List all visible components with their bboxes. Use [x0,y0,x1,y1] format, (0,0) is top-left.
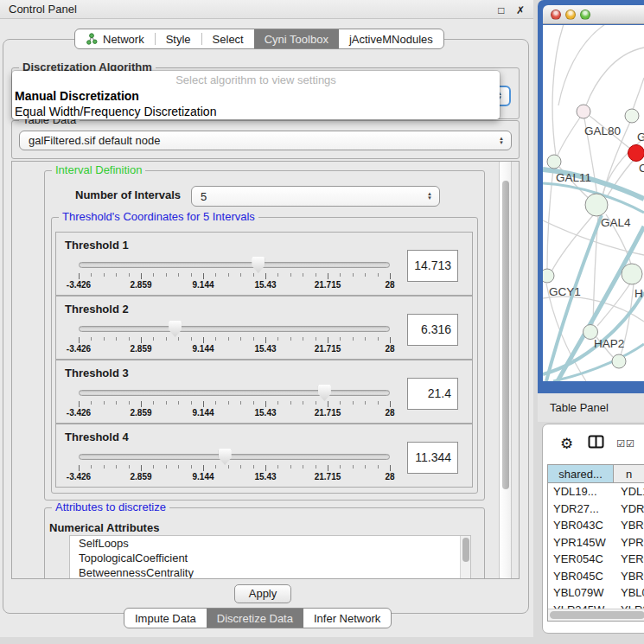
table-cell-shared-name[interactable]: YBR045C [548,568,614,585]
number-of-intervals-combobox[interactable]: 5 ▲▼ [191,186,440,207]
table-cell-shared-name[interactable]: YDL19... [548,483,614,501]
slider-tick-label: 21.715 [315,472,341,481]
table-cell-name[interactable]: YBR0 [614,568,644,585]
threshold-panel-4: Threshold 4-3.4262.8599.14415.4321.71528… [55,424,473,488]
threshold-slider-thumb[interactable] [219,449,232,465]
slider-tick [178,465,179,469]
attribute-list-item-betweennesscentrality[interactable]: BetweennessCentrality [70,565,470,579]
table-cell-name[interactable]: YDL1 [614,483,644,501]
bottom-tab-impute-data[interactable]: Impute Data [124,609,207,628]
table-row[interactable]: YDR27...YDR2 [548,501,644,518]
slider-tick [353,401,354,405]
table-row[interactable]: YBL079WYBL0 [548,584,644,602]
settings-vertical-scrollbar[interactable] [499,162,512,579]
table-data-combobox[interactable]: galFiltered.sif default node ▲▼ [19,131,512,150]
slider-tick [79,273,80,279]
minimize-traffic-light-icon[interactable] [565,10,576,20]
attributes-list-scrollbar[interactable] [460,536,470,579]
network-node[interactable] [628,145,644,162]
table-row[interactable]: YPR145WYPR1 [548,534,644,552]
slider-tick [178,401,179,405]
zoom-traffic-light-icon[interactable] [580,10,590,20]
tab-cyni-toolbox[interactable]: Cyni Toolbox [254,29,339,48]
threshold-value-field[interactable]: 14.713 [407,250,458,282]
attribute-list-item-topologicalcoefficient[interactable]: TopologicalCoefficient [70,551,470,565]
column-header-shared-name[interactable]: shared... [548,465,614,482]
attributes-list-scrollbar-thumb[interactable] [462,538,469,562]
threshold-value-field[interactable]: 6.316 [407,314,458,346]
network-canvas[interactable]: GAL80GCGAL11GAL4GCY1HHAP2 [543,25,644,381]
settings-scrollbar-thumb[interactable] [502,181,509,489]
combo-arrows-icon: ▲▼ [499,137,504,145]
threshold-value-field[interactable]: 11.344 [407,442,458,474]
close-window-icon[interactable]: ✗ [516,4,525,16]
table-cell-name[interactable]: YPR1 [614,534,644,552]
slider-tick [290,465,291,469]
threshold-slider-thumb[interactable] [318,385,331,401]
table-row[interactable]: YBR043CYBR0 [548,517,644,534]
bottom-tab-discretize-data[interactable]: Discretize Data [207,609,303,628]
table-cell-shared-name[interactable]: YBR043C [548,517,614,534]
table-cell-name[interactable]: YBL0 [614,584,644,602]
algorithm-option-manual-discretization[interactable]: Manual Discretization [12,88,500,104]
table-cell-name[interactable]: YBR0 [614,517,644,534]
slider-tick [228,465,229,469]
threshold-slider-thumb[interactable] [169,321,182,337]
slider-tick [104,337,105,341]
tab-style[interactable]: Style [156,29,201,48]
threshold-value-field[interactable]: 21.4 [407,378,458,410]
threshold-slider-track[interactable] [79,326,390,332]
column-header-name[interactable]: n [614,465,644,482]
split-columns-icon[interactable] [588,435,604,452]
node-attribute-table: shared... n YDL19...YDL1YDR27...YDR2YBR0… [547,464,644,622]
network-node[interactable] [577,105,590,118]
table-cell-shared-name[interactable]: YER054C [548,551,614,568]
table-cell-shared-name[interactable]: YBL079W [548,584,614,602]
network-node[interactable] [585,194,608,216]
gear-icon[interactable]: ⚙ [560,435,573,453]
bottom-tab-infer-network[interactable]: Infer Network [303,609,391,628]
float-window-icon[interactable]: □ [498,4,504,16]
slider-tick [141,337,142,343]
network-node[interactable] [547,155,561,169]
network-node-label-gal80: GAL80 [584,124,621,137]
threshold-label: Threshold 1 [65,239,129,252]
table-horizontal-scrollbar[interactable] [548,609,644,621]
tab-select[interactable]: Select [202,29,254,48]
network-node-label-c: C [639,162,644,175]
close-traffic-light-icon[interactable] [551,10,561,20]
settings-scroll-pane: Interval Definition Number of Intervals … [11,161,520,579]
table-cell-shared-name[interactable]: YPR145W [548,534,614,552]
slider-tick [303,337,303,341]
table-row[interactable]: YER054CYER0 [548,551,644,568]
network-view-titlebar [543,5,644,24]
network-node[interactable] [625,109,639,123]
table-row[interactable]: YDL19...YDL1 [548,483,644,501]
slider-tick [340,273,341,277]
tab-network[interactable]: Network [75,29,155,48]
select-columns-checkboxes-icon[interactable]: ☑☑ [616,438,635,450]
network-node[interactable] [543,269,554,283]
attribute-list-item-selfloops[interactable]: SelfLoops [70,536,470,551]
table-cell-shared-name[interactable]: YDR27... [548,501,614,518]
threshold-slider-thumb[interactable] [252,257,265,273]
table-cell-name[interactable]: YER0 [614,551,644,568]
apply-button[interactable]: Apply [234,584,291,603]
tab-jactivemnodules[interactable]: jActiveMNodules [339,29,443,48]
slider-tick [178,273,179,277]
slider-tick [240,273,241,277]
table-cell-name[interactable]: YDR2 [614,501,644,518]
network-node[interactable] [622,264,642,284]
network-node-label-h: H [634,287,643,300]
algorithm-option-equal-width-frequency[interactable]: Equal Width/Frequency Discretization [12,104,500,119]
slider-tick [79,337,80,343]
network-node[interactable] [612,354,626,368]
table-panel-toolbar: ⚙ ☑☑ [550,431,644,456]
table-horizontal-scrollbar-thumb[interactable] [550,611,644,619]
threshold-slider-track[interactable] [79,454,390,460]
threshold-slider-track[interactable] [79,262,390,268]
slider-tick [365,337,366,341]
threshold-label: Threshold 2 [65,303,129,316]
threshold-slider-track[interactable] [79,390,390,396]
table-row[interactable]: YBR045CYBR0 [548,568,644,585]
